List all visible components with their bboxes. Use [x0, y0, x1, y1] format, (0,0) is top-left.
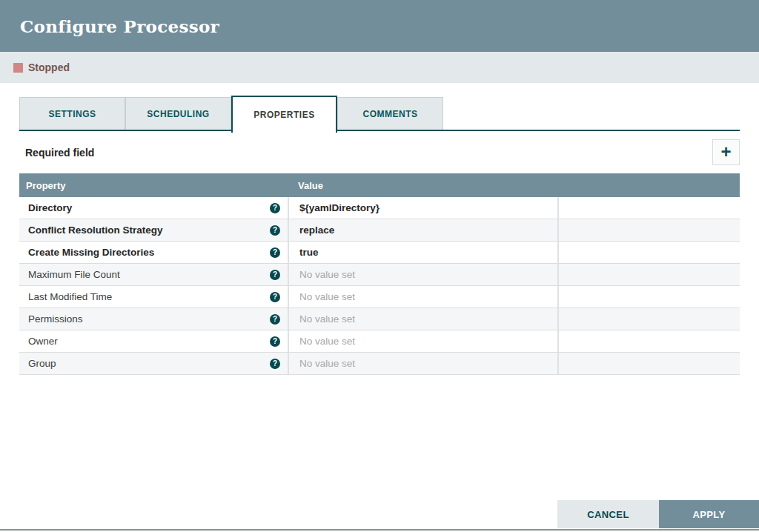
property-value-cell[interactable]: No value set	[289, 353, 559, 374]
table-row: Owner?No value set	[19, 330, 740, 353]
row-extra-cell	[559, 242, 740, 263]
stop-square-icon	[13, 63, 23, 73]
property-name: Permissions	[28, 313, 83, 325]
table-row: Maximum File Count?No value set	[19, 264, 740, 286]
row-extra-cell	[559, 197, 740, 219]
plus-icon: +	[720, 143, 731, 161]
property-value-cell[interactable]: No value set	[289, 308, 559, 330]
property-name-cell: Maximum File Count?	[19, 264, 289, 285]
dialog-bottom-edge	[0, 529, 759, 531]
row-extra-cell	[559, 264, 740, 285]
table-row: Create Missing Directories?true	[19, 242, 740, 264]
property-value-cell[interactable]: No value set	[289, 330, 559, 352]
dialog-title: Configure Processor	[20, 16, 219, 36]
property-name-cell: Group?	[19, 353, 289, 374]
row-extra-cell	[559, 353, 740, 374]
table-row: Last Modified Time?No value set	[19, 286, 740, 308]
table-row: Group?No value set	[19, 353, 740, 375]
tab-bar: SETTINGSSCHEDULINGPROPERTIESCOMMENTS	[19, 98, 740, 131]
row-extra-cell	[559, 308, 740, 330]
table-row: Conflict Resolution Strategy?replace	[19, 219, 740, 242]
property-name: Last Modified Time	[28, 291, 112, 302]
status-label: Stopped	[28, 61, 70, 73]
property-value-cell[interactable]: No value set	[289, 264, 559, 285]
tab-settings[interactable]: SETTINGS	[19, 97, 125, 130]
row-extra-cell	[559, 330, 740, 352]
property-name-cell: Last Modified Time?	[19, 286, 289, 307]
property-name: Owner	[28, 336, 58, 347]
properties-table: Property Value Directory?${yamlDirectory…	[19, 173, 740, 375]
column-header-value: Value	[289, 180, 323, 191]
question-circle-icon[interactable]: ?	[270, 292, 280, 302]
property-name-cell: Permissions?	[19, 308, 289, 330]
property-name: Directory	[28, 202, 72, 213]
property-name: Conflict Resolution Strategy	[28, 225, 163, 236]
question-circle-icon[interactable]: ?	[270, 203, 280, 213]
property-name: Group	[28, 358, 56, 369]
question-circle-icon[interactable]: ?	[270, 314, 280, 325]
property-value-cell[interactable]: replace	[289, 219, 559, 241]
property-name-cell: Directory?	[19, 197, 289, 219]
apply-button[interactable]: APPLY	[659, 500, 759, 528]
property-name-cell: Owner?	[19, 330, 289, 352]
table-body: Directory?${yamlDirectory}Conflict Resol…	[19, 197, 740, 375]
property-value-cell[interactable]: ${yamlDirectory}	[289, 197, 559, 219]
row-extra-cell	[559, 286, 740, 307]
question-circle-icon[interactable]: ?	[270, 247, 280, 258]
table-header-row: Property Value	[19, 173, 740, 197]
dialog-header: Configure Processor	[0, 0, 759, 52]
tab-properties[interactable]: PROPERTIES	[231, 96, 337, 133]
property-value-cell[interactable]: true	[289, 242, 559, 263]
row-extra-cell	[559, 219, 740, 241]
question-circle-icon[interactable]: ?	[270, 270, 280, 280]
required-field-label: Required field	[25, 147, 94, 159]
question-circle-icon[interactable]: ?	[270, 359, 280, 369]
tab-comments[interactable]: COMMENTS	[337, 97, 443, 130]
cancel-button[interactable]: CANCEL	[557, 500, 659, 528]
question-circle-icon[interactable]: ?	[270, 336, 280, 347]
status-bar: Stopped	[0, 52, 759, 83]
property-name: Create Missing Directories	[28, 247, 154, 258]
property-name: Maximum File Count	[28, 269, 120, 280]
question-circle-icon[interactable]: ?	[270, 225, 280, 236]
property-name-cell: Create Missing Directories?	[19, 242, 289, 263]
add-property-button[interactable]: +	[712, 139, 740, 165]
property-value-cell[interactable]: No value set	[289, 286, 559, 307]
table-row: Directory?${yamlDirectory}	[19, 197, 740, 219]
table-row: Permissions?No value set	[19, 308, 740, 330]
column-header-property: Property	[19, 180, 289, 191]
property-name-cell: Conflict Resolution Strategy?	[19, 219, 289, 241]
tab-scheduling[interactable]: SCHEDULING	[125, 97, 231, 130]
